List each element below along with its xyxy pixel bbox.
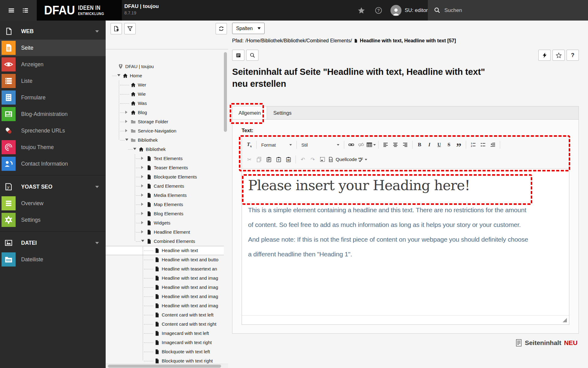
tree-node-imagecard-with-text-left[interactable]: Imagecard with text left [106,329,224,338]
sidebar-item-blog-administration[interactable]: Blog-Administration [0,106,106,122]
tree-node-wie[interactable]: Wie [106,90,224,99]
scrollbar-thumb[interactable] [108,365,221,368]
tree-node-wer[interactable]: Wer [106,80,224,90]
expand-icon[interactable] [141,221,143,224]
tree-node-map-elements[interactable]: Map Elements [106,200,224,209]
sidebar-section-datei[interactable]: DATEI [0,235,106,251]
toolbar-search[interactable]: Suchen [428,0,588,21]
sidebar-item-formulare[interactable]: Formulare [0,89,106,106]
sidebar-item-toujou-theme[interactable]: toujou Theme [0,139,106,155]
collapse-icon[interactable] [133,148,136,150]
tree-node-imagecard-with-text-right[interactable]: Imagecard with text right [106,338,224,347]
table-icon[interactable] [366,140,376,149]
tree-node-media-elements[interactable]: Media Elements [106,191,224,200]
expand-icon[interactable] [141,175,143,178]
tree-node-bibliothek[interactable]: Bibliothek [106,136,224,145]
refresh-tree-button[interactable] [216,23,227,34]
tree-node-headline-with-text-and-imag[interactable]: Headline with text and imag [106,292,224,301]
tree-node-headline-with-text-and-imag[interactable]: Headline with text and imag [106,301,224,310]
tab-settings[interactable]: Settings [267,106,298,119]
align-center-icon[interactable] [391,140,400,149]
docheader-help-button[interactable]: ? [567,50,579,61]
tree-node-headline-with-teasertext-an[interactable]: Headline with teasertext an [106,264,224,274]
tree-node-teaser-elements[interactable]: Teaser Elements [106,163,224,172]
sidebar-section-yoast-seo[interactable]: YOAST SEO [0,178,106,195]
bookmark-button[interactable] [552,50,565,61]
expand-icon[interactable] [141,212,143,215]
new-page-button[interactable] [111,23,122,34]
ordered-list-icon[interactable] [469,140,478,149]
sidebar-item-dateiliste[interactable]: Dateiliste [0,251,106,268]
align-left-icon[interactable] [381,140,390,149]
link-icon[interactable] [347,140,356,149]
tree-node-blockquote-elements[interactable]: Blockquote Elements [106,172,224,182]
expand-icon[interactable] [125,120,127,123]
open-docs-button[interactable] [20,5,31,16]
tree-node-widgets[interactable]: Widgets [106,218,224,228]
sidebar-item-anzeigen[interactable]: Anzeigen [0,56,106,73]
remove-format-icon[interactable]: Tx [245,140,254,149]
logo[interactable]: DFAU IDEEN IN ENTWICKLUNG [37,0,122,21]
collapse-icon[interactable] [117,74,120,76]
tree-node-headline-with-text-and-imag[interactable]: Headline with text and imag [106,274,224,283]
expand-icon[interactable] [141,203,143,206]
help-button[interactable] [373,5,384,16]
sidebar-item-settings[interactable]: Settings [0,212,106,228]
expand-icon[interactable] [141,230,143,233]
resize-grip[interactable] [563,318,567,322]
tree-node-home[interactable]: Home [106,71,224,80]
tree-node-combined-elements[interactable]: Combined Elements [106,237,224,246]
style-dropdown[interactable]: Stil [299,140,342,149]
tree-node-content-card-with-text-left[interactable]: Content card with text left [106,310,224,320]
redo-icon[interactable]: ↷ [308,155,317,164]
tree-vertical-scrollbar[interactable] [224,52,227,132]
view-info-button[interactable] [232,50,244,61]
tree-node-blog[interactable]: Blog [106,108,224,117]
spellcheck-icon[interactable] [358,155,367,164]
expand-icon[interactable] [141,166,143,169]
search-record-button[interactable] [246,50,258,61]
clear-cache-button[interactable] [538,50,551,61]
tree-node-blog-elements[interactable]: Blog Elements [106,209,224,218]
tree-node-blockquote-with-text-left[interactable]: Blockquote with text left [106,347,224,356]
tree-node-content-card-with-text-right[interactable]: Content card with text right [106,320,224,329]
tree-node-storage-folder[interactable]: Storage Folder [106,117,224,126]
expand-icon[interactable] [141,194,143,197]
paste-text-icon[interactable] [274,155,283,164]
blockquote-icon[interactable]: ” [454,140,463,149]
bold-icon[interactable]: B [415,140,424,149]
menu-toggle-button[interactable] [6,5,17,16]
source-icon[interactable]: Quellcode [328,155,357,164]
sidebar-item-overview[interactable]: Overview [0,195,106,212]
tree-node-dfau-toujou[interactable]: DFAU | toujou [106,62,224,71]
select-all-icon[interactable] [318,155,327,164]
tree-node-service-navigation[interactable]: Service-Navigation [106,126,224,136]
collapse-icon[interactable] [141,240,144,242]
unlink-icon[interactable] [356,140,366,149]
underline-icon[interactable]: U [435,140,444,149]
expand-icon[interactable] [141,184,143,187]
expand-icon[interactable] [125,111,127,114]
bullet-list-icon[interactable] [478,140,488,149]
strike-icon[interactable]: S [444,140,454,149]
copy-icon[interactable] [254,155,264,164]
tree-node-was[interactable]: Was [106,99,224,108]
tree-node-headline-with-text-and-butto[interactable]: Headline with text and butto [106,255,224,264]
rte-heading[interactable]: Please insert your Heading here! [246,175,565,194]
columns-select[interactable]: Spalten [232,23,265,34]
tree-node-headline-element[interactable]: Headline Element [106,228,224,237]
bookmarks-button[interactable] [356,5,367,16]
user-menu[interactable]: SU: editor [390,5,428,16]
sidebar-item-contact-information[interactable]: Contact Information [0,155,106,172]
tab-allgemein[interactable]: Allgemein [232,106,267,119]
align-right-icon[interactable] [401,140,410,149]
paste-word-icon[interactable] [284,155,293,164]
indent-icon[interactable] [488,140,497,149]
collapse-icon[interactable] [125,139,128,141]
tree-node-headline-with-text[interactable]: Headline with text [106,246,224,255]
paste-icon[interactable] [264,155,273,164]
sidebar-item-seite[interactable]: Seite [0,40,106,56]
tree-node-bibliothek[interactable]: Bibliothek [106,145,224,154]
sidebar-section-web[interactable]: WEB [0,23,106,40]
filter-button[interactable] [124,23,136,34]
